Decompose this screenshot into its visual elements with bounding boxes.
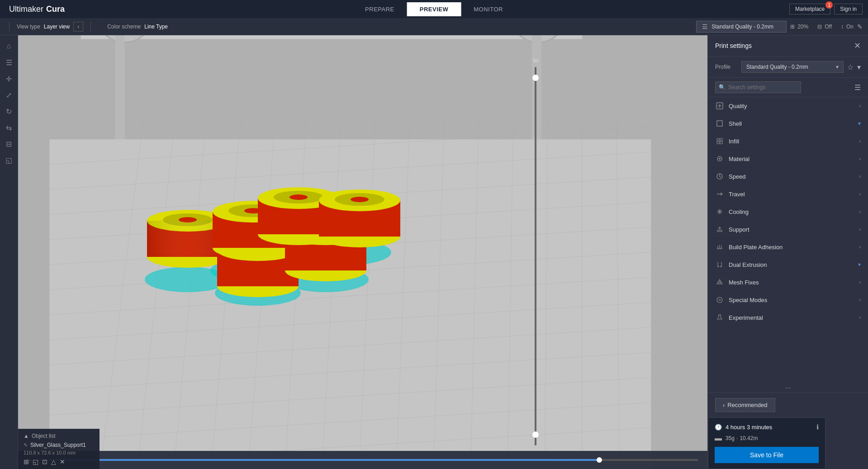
on-label: On [846, 24, 854, 30]
layer-thumb-bottom[interactable] [532, 431, 539, 438]
toolbar-divider-1 [9, 22, 9, 31]
setting-item-quality[interactable]: Quality › [708, 97, 868, 115]
print-settings-panel: Print settings ✕ Profile Standard Qualit… [708, 35, 868, 417]
sidebar-scale-icon[interactable]: ⤢ [2, 88, 16, 102]
setting-item-speed[interactable]: Speed › [708, 168, 868, 185]
off-info: ⊟ Off [817, 24, 832, 30]
zoom-info: ⊞ 20% [790, 24, 808, 30]
object-action-copy[interactable]: ⊞ [24, 458, 29, 465]
toolbar-right: ☰ Standard Quality - 0.2mm ⊞ 20% ⊟ Off ↕… [696, 21, 863, 33]
special-modes-icon [715, 295, 724, 304]
setting-item-cooling[interactable]: Cooling › [708, 203, 868, 221]
panel-close-button[interactable]: ✕ [854, 41, 861, 51]
object-list-header[interactable]: ▲ Object list [24, 433, 94, 439]
setting-item-dual-extrusion[interactable]: Dual Extrusion ▾ [708, 256, 868, 274]
setting-item-experimental[interactable]: Experimental › [708, 309, 868, 327]
monitor-nav-button[interactable]: MONITOR [461, 2, 516, 16]
profile-label: Profile [715, 64, 738, 70]
colorscheme-label: Color scheme [107, 24, 141, 30]
quality-arrow-icon: › [859, 103, 861, 109]
setting-item-mesh-fixes[interactable]: Mesh Fixes › [708, 274, 868, 291]
setting-item-support[interactable]: Support › [708, 221, 868, 238]
svg-rect-79 [717, 230, 722, 232]
app-logo: Ultimaker Cura [0, 5, 74, 14]
profile-star-button[interactable]: ☆ [847, 63, 854, 71]
object-action-box[interactable]: ⊡ [42, 458, 47, 465]
marketplace-button[interactable]: Marketplace 1 [789, 4, 830, 14]
setting-item-shell[interactable]: Shell ▾ [708, 115, 868, 133]
speed-label: Speed [729, 173, 859, 180]
experimental-label: Experimental [729, 314, 859, 321]
sidebar-layers-icon[interactable]: ☰ [2, 55, 16, 70]
object-action-delete[interactable]: ✕ [60, 458, 65, 465]
weight-bar-icon: ▬ [715, 434, 722, 442]
off-icon: ⊟ [817, 24, 822, 30]
recommended-row: ‹ Recommended [708, 392, 868, 417]
setting-item-infill[interactable]: Infill › [708, 133, 868, 150]
logo-cura-text: Cura [46, 5, 65, 14]
layer-thumb-top[interactable] [532, 75, 539, 81]
dual-extrusion-label: Dual Extrusion [729, 261, 858, 268]
object-action-arrange[interactable]: ◱ [33, 458, 38, 465]
infill-icon [715, 137, 724, 146]
on-icon: ↕ [841, 24, 844, 30]
nav-right: Marketplace 1 Sign in [789, 4, 868, 14]
bottom-info-panel: 🕐 4 hours 3 minutes ℹ ▬ 35g · 10.42m Sav… [708, 417, 825, 469]
shell-label: Shell [729, 120, 858, 127]
support-icon [715, 225, 724, 234]
3d-viewport[interactable]: 50 ▶ ▲ Object list ✎ Silver_Glass_Suppor… [18, 35, 707, 469]
profile-name: Standard Quality - 0.2mm [711, 24, 773, 30]
layer-slider[interactable]: 50 [531, 52, 540, 451]
clock-icon: 🕐 [715, 424, 722, 431]
sidebar-home-icon[interactable]: ⌂ [2, 39, 16, 53]
on-info: ↕ On [841, 24, 854, 30]
speed-icon [715, 172, 724, 181]
svg-point-77 [719, 158, 721, 160]
settings-menu-button[interactable]: ☰ [854, 83, 861, 92]
profile-dropdown-button[interactable]: ▾ [857, 63, 861, 71]
separator: · [736, 435, 738, 441]
sidebar-mirror-icon[interactable]: ⇆ [2, 120, 16, 135]
timeline-fill [38, 459, 599, 461]
quality-label: Quality [729, 103, 859, 109]
svg-point-73 [351, 197, 369, 202]
object-action-up[interactable]: △ [51, 458, 56, 465]
viewtype-collapse-button[interactable]: ‹ [73, 22, 83, 32]
svg-point-83 [717, 297, 722, 303]
signin-button[interactable]: Sign in [834, 4, 863, 14]
profile-select[interactable]: Standard Quality - 0.2mm ▾ [741, 61, 844, 73]
shell-icon [715, 119, 724, 128]
search-icon: 🔍 [719, 84, 726, 90]
setting-item-build-plate[interactable]: Build Plate Adhesion › [708, 238, 868, 256]
setting-item-special-modes[interactable]: Special Modes › [708, 291, 868, 309]
recommended-button[interactable]: ‹ Recommended [715, 398, 775, 412]
timeline-thumb[interactable] [597, 457, 602, 463]
main-layout: ⌂ ☰ ✛ ⤢ ↻ ⇆ ⊟ ◱ [0, 35, 868, 469]
info-circle-icon[interactable]: ℹ [816, 423, 819, 431]
sidebar-perobj-icon[interactable]: ◱ [2, 153, 16, 167]
nav-center: PREPARE PREVIEW MONITOR [352, 2, 516, 16]
info-details: ▬ 35g · 10.42m [715, 434, 819, 442]
sidebar-support-icon[interactable]: ⊟ [2, 137, 16, 151]
zoom-value: 20% [797, 24, 808, 30]
special-modes-arrow-icon: › [859, 297, 861, 303]
support-arrow-icon: › [859, 226, 861, 232]
preview-nav-button[interactable]: PREVIEW [407, 2, 461, 16]
toolbar-edit-button[interactable]: ✎ [857, 23, 863, 30]
layer-track[interactable] [535, 67, 536, 445]
setting-item-travel[interactable]: Travel › [708, 185, 868, 203]
search-input[interactable] [715, 81, 801, 93]
save-to-file-button[interactable]: Save to File [715, 447, 819, 463]
sidebar-move-icon[interactable]: ✛ [2, 71, 16, 86]
timeline-slider[interactable] [38, 459, 698, 461]
svg-rect-75 [717, 121, 722, 126]
prepare-nav-button[interactable]: PREPARE [352, 2, 407, 16]
sidebar-rotate-icon[interactable]: ↻ [2, 104, 16, 118]
setting-item-material[interactable]: Material › [708, 150, 868, 168]
left-sidebar: ⌂ ☰ ✛ ⤢ ↻ ⇆ ⊟ ◱ [0, 35, 18, 469]
material-label: Material [729, 156, 859, 162]
weight-value: 35g [726, 435, 735, 441]
chevron-left-icon: ‹ [723, 402, 725, 408]
weight-detail: 35g · 10.42m [726, 435, 758, 441]
object-list-section: ▲ Object list ✎ Silver_Glass_Support1 11… [18, 429, 100, 469]
